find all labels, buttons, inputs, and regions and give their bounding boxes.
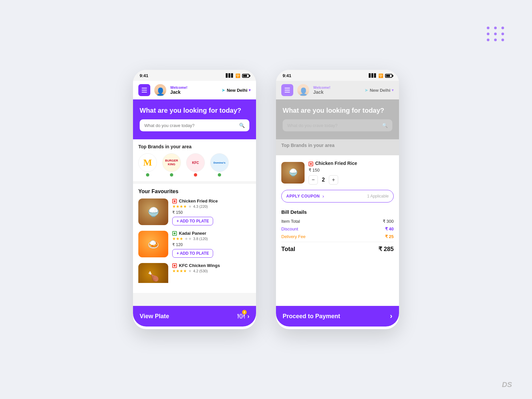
cart-badge: 2 (242, 310, 247, 315)
total-row: Total ₹ 285 (281, 242, 394, 253)
rating-row-3: ★★★★ ★ 4.2 (530) (172, 269, 251, 273)
status-icons-1: ▋▋▋ 🛜 (226, 73, 249, 78)
delivery-label: Delivery Fee (281, 234, 306, 239)
watermark: DS (502, 380, 512, 389)
food-name-3: KFC Chicken Wings (179, 263, 220, 268)
veg-icon-2 (172, 231, 177, 236)
phone-2: 9:41 ▋▋▋ 🛜 👤 Welcome! Jack ➤ New Delhi (276, 70, 399, 329)
total-value: ₹ 285 (378, 245, 394, 253)
home-indicator-1 (178, 328, 211, 329)
item-total-value: ₹ 300 (383, 219, 394, 224)
signal-icon-1: ▋▋▋ (226, 73, 234, 78)
food-name-1: Chicken Fried Rice (179, 199, 218, 203)
food-name-row-2: Kadai Paneer (172, 231, 251, 236)
nav-bar-2: 👤 Welcome! Jack ➤ New Delhi ▾ (276, 81, 399, 99)
discount-value: ₹ 40 (385, 226, 394, 231)
location-icon-2: ➤ (364, 87, 368, 93)
chevron-right-icon-2: › (390, 312, 392, 321)
coupon-row[interactable]: APPLY COUPON › 1 Applicable (281, 190, 394, 202)
battery-icon-1 (242, 74, 249, 78)
food-info-kadai-paneer: Kadai Paneer ★★★ ★★ 3.8 (120) ₹ 120 + AD… (172, 231, 251, 258)
chevron-down-icon-2: ▾ (392, 88, 394, 92)
hamburger-button-1[interactable] (138, 84, 150, 96)
brand-dominos[interactable]: Domino's (210, 153, 229, 177)
rating-num-3: 4.2 (530) (193, 269, 208, 273)
status-time-1: 9:41 (140, 73, 148, 78)
hero-banner-2: What are you looking for today? 🔍 (276, 99, 399, 139)
brand-mcdonalds[interactable]: M (138, 153, 157, 177)
item-total-label: Item Total (281, 219, 300, 224)
cart-item-info: Chicken Fried Rice ₹ 150 − 2 + (309, 161, 394, 185)
cart-nonveg-icon (309, 162, 313, 166)
view-plate-bar[interactable]: View Plate 🍽 2 › (133, 306, 256, 327)
food-info-chicken-fried-rice: Chicken Fried Rice ★★★★ ★ 4.3 (220) ₹ 15… (172, 199, 251, 225)
rating-row-2: ★★★ ★★ 3.8 (120) (172, 236, 251, 241)
view-plate-label: View Plate (140, 313, 169, 320)
location-button-2[interactable]: ➤ New Delhi ▾ (364, 87, 394, 93)
coupon-label: APPLY COUPON (286, 194, 320, 199)
food-card-chicken-fried-rice: 🍚 Chicken Fried Rice ★★★★ ★ 4.3 (22 (138, 199, 251, 225)
total-label: Total (281, 246, 295, 253)
food-name-row-3: KFC Chicken Wings (172, 263, 251, 268)
star-empty-3: ★ (188, 269, 192, 273)
increase-qty-button[interactable]: + (329, 175, 338, 185)
avatar-1: 👤 (154, 84, 166, 96)
user-name-2: Jack (313, 89, 360, 95)
food-card-kfc-wings: 🍗 KFC Chicken Wings ★★★★ ★ 4.2 (530 (138, 263, 251, 283)
nav-bar-1: 👤 Welcome! Jack ➤ New Delhi ▾ (133, 81, 256, 99)
nonveg-icon-1 (172, 199, 177, 203)
applicable-text: 1 Applicable (367, 194, 389, 199)
cart-item-price: ₹ 150 (309, 168, 394, 173)
view-plate-right: 🍽 2 › (237, 312, 249, 321)
price-2: ₹ 120 (172, 242, 251, 247)
search-bar-1[interactable]: 🔍 (140, 119, 249, 131)
hamburger-button-2[interactable] (281, 84, 293, 96)
location-icon-1: ➤ (221, 87, 225, 93)
welcome-text-1: Welcome! Jack (170, 85, 217, 95)
status-bar-1: 9:41 ▋▋▋ 🛜 (133, 70, 256, 81)
search-input-1[interactable] (144, 123, 236, 128)
proceed-payment-bar[interactable]: Proceed to Payment › (276, 306, 399, 327)
search-icon-2: 🔍 (382, 123, 388, 128)
cart-item-image: 🍚 (281, 162, 305, 184)
brands-row-1: M BURGERKING KFC (138, 153, 251, 177)
battery-icon-2 (385, 74, 392, 78)
home-indicator-2 (321, 328, 354, 329)
coupon-left: APPLY COUPON › (286, 194, 324, 199)
welcome-text-2: Welcome! Jack (313, 85, 360, 95)
cart-fried-rice-visual: 🍚 (281, 162, 305, 184)
cart-item-row: 🍚 Chicken Fried Rice ₹ 150 − 2 (281, 161, 394, 185)
quantity-control: − 2 + (309, 175, 394, 185)
avatar-2: 👤 (297, 84, 309, 96)
food-name-row-1: Chicken Fried Rice (172, 199, 251, 203)
star-2: ★★★ (172, 236, 183, 241)
brand-dot-dominos (218, 173, 221, 177)
search-input-2 (287, 123, 379, 128)
coupon-arrow-icon: › (323, 194, 324, 199)
content-1: Top Brands in your area M BURGERKING (133, 139, 256, 306)
burger-king-logo: BURGERKING (162, 153, 181, 172)
decrease-qty-button[interactable]: − (309, 175, 318, 185)
add-to-plate-button-2[interactable]: + ADD TO PLATE (172, 249, 213, 258)
brand-kfc[interactable]: KFC (186, 153, 205, 177)
brand-dot-mcdonalds (146, 173, 149, 177)
hero-title-1: What are you looking for today? (140, 106, 249, 115)
location-button-1[interactable]: ➤ New Delhi ▾ (221, 87, 251, 93)
favourites-title-1: Your Favourites (138, 189, 251, 195)
add-to-plate-button-1[interactable]: + ADD TO PLATE (172, 217, 213, 225)
dots-decoration (487, 27, 505, 41)
brand-burger-king[interactable]: BURGERKING (162, 153, 181, 177)
food-card-kadai-paneer: 🍛 Kadai Paneer ★★★ ★★ 3.8 (120) (138, 231, 251, 258)
location-text-1: New Delhi (227, 88, 247, 93)
welcome-label-1: Welcome! (170, 85, 217, 89)
signal-icon-2: ▋▋▋ (369, 73, 377, 78)
hero-banner-1: What are you looking for today? 🔍 (133, 99, 256, 139)
rating-num-1: 4.3 (220) (193, 204, 208, 208)
status-time-2: 9:41 (283, 73, 291, 78)
cart-item-name: Chicken Fried Rice (315, 161, 357, 166)
food-info-kfc-wings: KFC Chicken Wings ★★★★ ★ 4.2 (530) (172, 263, 251, 275)
hero-title-2: What are you looking for today? (283, 106, 392, 115)
rating-num-2: 3.8 (120) (193, 237, 208, 241)
food-name-2: Kadai Paneer (179, 231, 206, 236)
star-half-2: ★★ (185, 236, 192, 241)
